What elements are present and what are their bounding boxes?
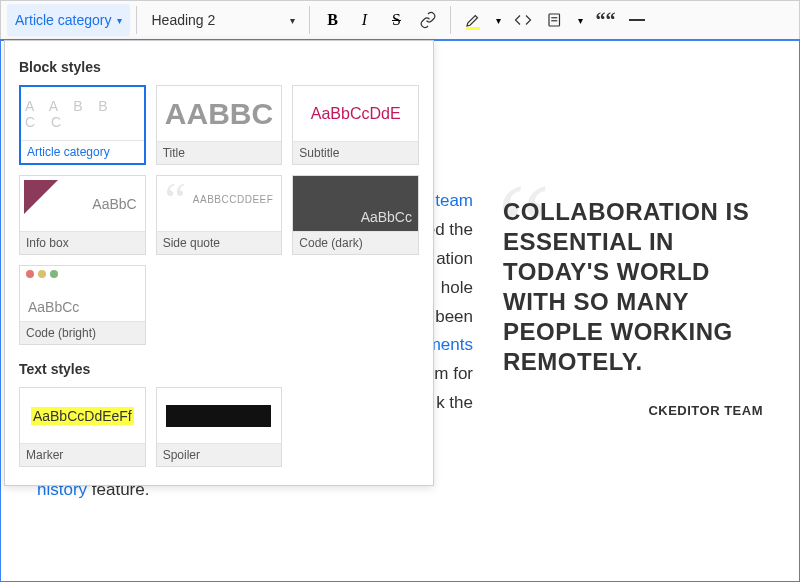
toolbar: Article category ▾ Heading 2 ▾ B I S ▾: [0, 0, 800, 40]
style-tile-info-box[interactable]: AaBbC Info box: [19, 175, 146, 255]
code-icon: [514, 11, 532, 29]
blockquote-button[interactable]: ““: [589, 4, 621, 36]
link-button[interactable]: [412, 4, 444, 36]
preview-text: AABBC: [165, 97, 273, 131]
strikethrough-icon: S: [392, 11, 401, 29]
styles-dropdown-label: Article category: [15, 12, 111, 28]
chevron-down-icon: ▾: [117, 15, 122, 26]
window-dots-icon: [26, 270, 58, 278]
pull-quote: “ Collaboration is essential in today's …: [503, 187, 763, 505]
style-tile-spoiler[interactable]: Spoiler: [156, 387, 283, 467]
preview-text: AaBbCcDdE: [311, 105, 401, 123]
highlight-button[interactable]: [457, 4, 489, 36]
insert-template-button[interactable]: [539, 4, 571, 36]
tile-label: Article category: [21, 140, 144, 163]
quote-icon: “: [165, 176, 186, 227]
heading-dropdown-label: Heading 2: [151, 12, 215, 28]
svg-rect-0: [549, 14, 560, 26]
spoiler-preview: [166, 405, 271, 427]
block-styles-heading: Block styles: [19, 59, 419, 75]
text-styles-heading: Text styles: [19, 361, 419, 377]
link-team[interactable]: team: [435, 191, 473, 210]
preview-text: AaBbC: [92, 196, 140, 212]
template-icon: [546, 11, 564, 29]
preview-text: A A B B C C: [25, 98, 140, 130]
style-tile-code-dark[interactable]: AaBbCc Code (dark): [292, 175, 419, 255]
strikethrough-button[interactable]: S: [380, 4, 412, 36]
bold-button[interactable]: B: [316, 4, 348, 36]
style-tile-article-category[interactable]: A A B B C C Article category: [19, 85, 146, 165]
insert-template-dropdown-button[interactable]: ▾: [571, 4, 589, 36]
toolbar-separator: [136, 6, 137, 34]
preview-text: AABBCCDDEEF: [193, 194, 274, 205]
style-tile-subtitle[interactable]: AaBbCcDdE Subtitle: [292, 85, 419, 165]
style-tile-marker[interactable]: AaBbCcDdEeFf Marker: [19, 387, 146, 467]
pull-quote-attribution: CKEditor Team: [503, 403, 763, 418]
tile-label: Subtitle: [293, 141, 418, 164]
tile-label: Code (dark): [293, 231, 418, 254]
triangle-icon: [24, 180, 58, 214]
tile-label: Marker: [20, 443, 145, 466]
styles-dropdown[interactable]: Article category ▾: [7, 4, 130, 36]
toolbar-separator: [450, 6, 451, 34]
chevron-down-icon: ▾: [496, 15, 501, 26]
tile-label: Info box: [20, 231, 145, 254]
pull-quote-text: Collaboration is essential in today's wo…: [503, 197, 763, 377]
italic-button[interactable]: I: [348, 4, 380, 36]
highlight-dropdown-button[interactable]: ▾: [489, 4, 507, 36]
code-button[interactable]: [507, 4, 539, 36]
tile-label: Side quote: [157, 231, 282, 254]
link-icon: [419, 11, 437, 29]
styles-panel: Block styles A A B B C C Article categor…: [4, 40, 434, 486]
horizontal-line-icon: [629, 19, 645, 21]
preview-text: AaBbCcDdEeFf: [31, 407, 134, 425]
preview-text: AaBbCc: [361, 209, 412, 225]
style-tile-title[interactable]: AABBC Title: [156, 85, 283, 165]
preview-text: AaBbCc: [28, 299, 79, 315]
tile-label: Spoiler: [157, 443, 282, 466]
style-tile-side-quote[interactable]: “AABBCCDDEEF Side quote: [156, 175, 283, 255]
toolbar-separator: [309, 6, 310, 34]
bold-icon: B: [327, 11, 338, 29]
quote-icon: ““: [595, 10, 615, 30]
chevron-down-icon: ▾: [578, 15, 583, 26]
tile-label: Title: [157, 141, 282, 164]
horizontal-line-button[interactable]: [621, 4, 653, 36]
italic-icon: I: [362, 11, 367, 29]
heading-dropdown[interactable]: Heading 2 ▾: [143, 4, 303, 36]
chevron-down-icon: ▾: [290, 15, 295, 26]
style-tile-code-bright[interactable]: AaBbCc Code (bright): [19, 265, 146, 345]
highlight-color-indicator: [466, 27, 480, 30]
tile-label: Code (bright): [20, 321, 145, 344]
